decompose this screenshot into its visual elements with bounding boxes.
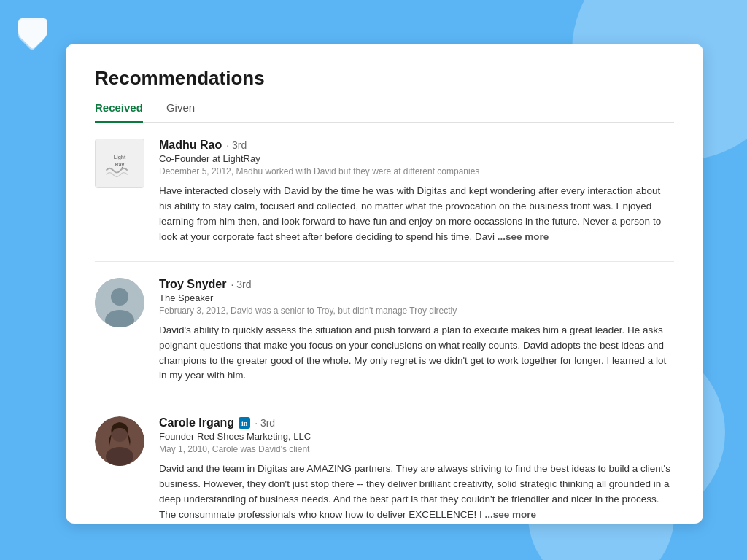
rec-text: David's ability to quickly assess the si…	[159, 323, 674, 384]
svg-text:Light: Light	[114, 155, 126, 160]
rec-degree: · 3rd	[255, 417, 275, 429]
rec-meta: December 5, 2012, Madhu worked with Davi…	[159, 166, 674, 176]
rec-name: Madhu Rao	[159, 139, 222, 152]
see-more[interactable]: ...see more	[484, 509, 536, 520]
svg-point-4	[111, 288, 128, 306]
linkedin-badge-icon: in	[239, 417, 250, 429]
page-title: Recommendations	[95, 67, 674, 90]
recommendation-item: Light Ray Madhu Rao · 3rd Co-Founder at …	[95, 122, 674, 262]
rec-text: Have interacted closely with David by th…	[159, 184, 674, 245]
rec-name: Troy Snyder	[159, 278, 226, 291]
rec-title: Founder Red Shoes Marketing, LLC	[159, 431, 674, 442]
rec-header: Troy Snyder · 3rd	[159, 278, 674, 291]
rec-degree: · 3rd	[231, 279, 251, 290]
recommendation-content: Madhu Rao · 3rd Co-Founder at LightRay D…	[159, 139, 674, 245]
rec-title: The Speaker	[159, 292, 674, 303]
linkedin-logo	[15, 15, 51, 51]
avatar	[95, 416, 144, 466]
see-more[interactable]: ...see more	[498, 231, 549, 242]
avatar: Light Ray	[95, 139, 144, 188]
tabs-container: Received Given	[95, 101, 674, 122]
rec-text: David and the team in Digitas are AMAZIN…	[159, 462, 674, 523]
svg-point-8	[106, 447, 133, 466]
rec-title: Co-Founder at LightRay	[159, 153, 674, 164]
recommendation-item: Carole Irgang in · 3rd Founder Red Shoes…	[95, 400, 674, 524]
recommendation-list: Light Ray Madhu Rao · 3rd Co-Founder at …	[95, 122, 674, 524]
rec-header: Madhu Rao · 3rd	[159, 139, 674, 152]
rec-meta: May 1, 2010, Carole was David's client	[159, 444, 674, 454]
recommendation-item: Troy Snyder · 3rd The Speaker February 3…	[95, 262, 674, 401]
rec-name: Carole Irgang	[159, 416, 234, 429]
rec-meta: February 3, 2012, David was a senior to …	[159, 306, 674, 316]
recommendations-card: Recommendations Received Given Light Ray	[66, 44, 703, 524]
recommendation-content: Carole Irgang in · 3rd Founder Red Shoes…	[159, 416, 674, 523]
tab-received[interactable]: Received	[95, 101, 143, 122]
avatar	[95, 278, 144, 327]
tab-given[interactable]: Given	[166, 101, 195, 122]
svg-text:Ray: Ray	[115, 162, 125, 168]
rec-header: Carole Irgang in · 3rd	[159, 416, 674, 429]
rec-degree: · 3rd	[226, 139, 247, 151]
recommendation-content: Troy Snyder · 3rd The Speaker February 3…	[159, 278, 674, 384]
